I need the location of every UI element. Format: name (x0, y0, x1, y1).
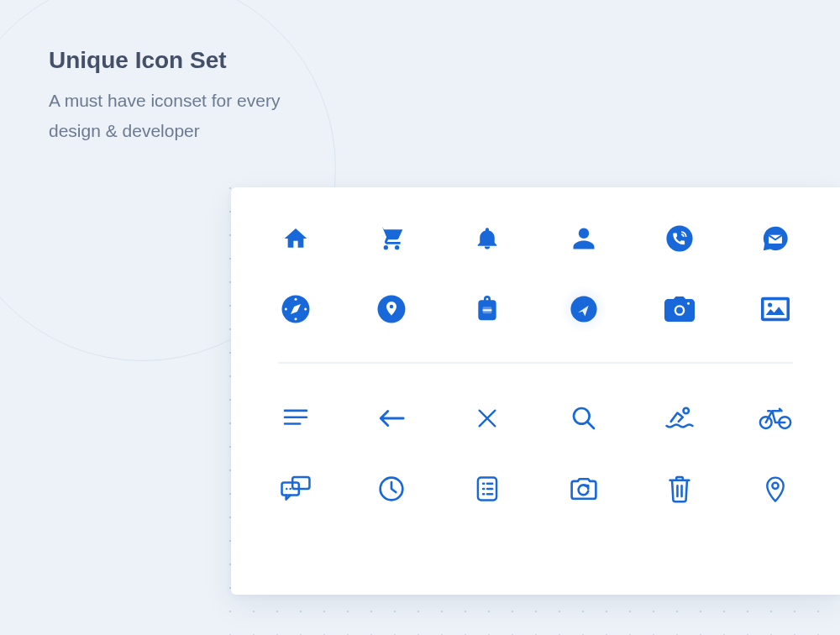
align-left-icon[interactable] (278, 401, 313, 436)
chat-icon[interactable] (278, 471, 313, 506)
trash-icon[interactable] (662, 471, 697, 506)
page-subtitle: A must have iconset for every design & d… (49, 86, 280, 145)
camera-icon[interactable] (662, 291, 697, 327)
search-icon[interactable] (566, 401, 601, 436)
home-icon[interactable] (278, 221, 313, 256)
svg-point-3 (295, 298, 297, 301)
svg-point-11 (676, 307, 683, 314)
pin-circle-icon[interactable] (374, 291, 409, 327)
bell-icon[interactable] (470, 221, 505, 256)
svg-point-4 (295, 318, 297, 320)
icon-row-4 (278, 471, 793, 506)
image-icon[interactable] (758, 291, 793, 327)
compass-circle-icon[interactable] (278, 291, 313, 327)
bicycle-icon[interactable] (758, 401, 793, 436)
cart-icon[interactable] (374, 221, 409, 256)
header: Unique Icon Set A must have iconset for … (49, 47, 280, 145)
svg-point-9 (570, 296, 596, 322)
svg-point-24 (293, 488, 296, 491)
divider (278, 362, 793, 364)
navigate-circle-icon[interactable] (566, 291, 601, 327)
list-note-icon[interactable] (470, 471, 505, 506)
svg-point-12 (687, 302, 690, 305)
swim-icon[interactable] (662, 401, 697, 436)
phone-circle-icon[interactable] (662, 221, 697, 256)
svg-point-6 (304, 308, 307, 311)
arrow-left-icon[interactable] (374, 401, 409, 436)
svg-point-5 (285, 308, 287, 311)
user-icon[interactable] (566, 221, 601, 256)
icon-panel (231, 187, 840, 595)
svg-point-0 (666, 225, 692, 251)
backpack-icon[interactable] (470, 291, 505, 327)
svg-point-23 (289, 488, 291, 491)
icon-row-2 (278, 291, 793, 327)
close-icon[interactable] (470, 401, 505, 436)
clock-icon[interactable] (374, 471, 409, 506)
page-title: Unique Icon Set (49, 47, 280, 74)
location-pin-icon[interactable] (758, 471, 793, 506)
svg-rect-14 (764, 300, 786, 318)
svg-point-22 (286, 488, 288, 491)
icon-row-1 (278, 221, 793, 256)
mail-bubble-icon[interactable] (758, 221, 793, 256)
svg-point-17 (683, 408, 688, 413)
svg-point-15 (768, 302, 772, 307)
icon-row-3 (278, 401, 793, 436)
svg-point-27 (772, 483, 778, 489)
camera-sync-icon[interactable] (566, 471, 601, 506)
